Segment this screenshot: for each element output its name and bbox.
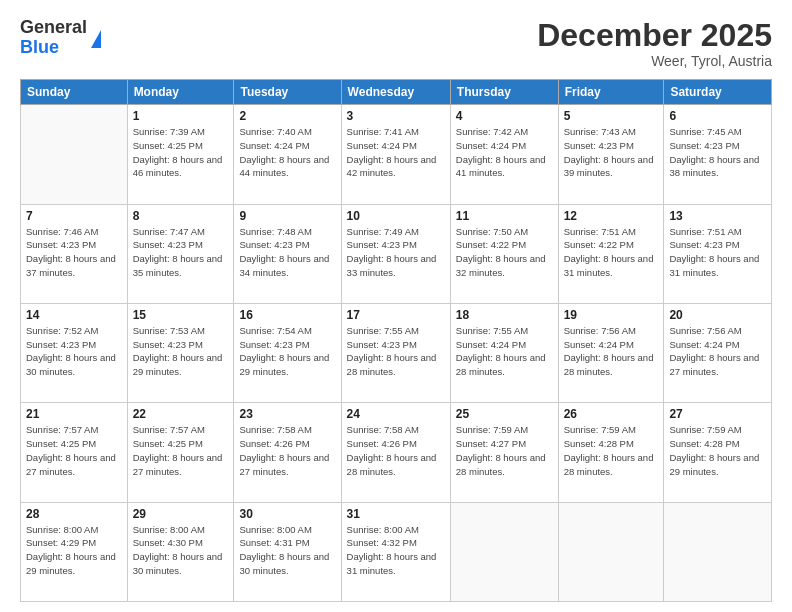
- location: Weer, Tyrol, Austria: [537, 53, 772, 69]
- weekday-header-cell: Sunday: [21, 80, 128, 105]
- day-info: Sunrise: 7:57 AMSunset: 4:25 PMDaylight:…: [133, 423, 229, 478]
- day-number: 26: [564, 407, 659, 421]
- logo-blue: Blue: [20, 38, 87, 58]
- day-number: 6: [669, 109, 766, 123]
- day-number: 2: [239, 109, 335, 123]
- day-info: Sunrise: 7:50 AMSunset: 4:22 PMDaylight:…: [456, 225, 553, 280]
- calendar-cell: 19Sunrise: 7:56 AMSunset: 4:24 PMDayligh…: [558, 303, 664, 402]
- calendar-cell: [450, 502, 558, 601]
- weekday-header-cell: Wednesday: [341, 80, 450, 105]
- day-number: 8: [133, 209, 229, 223]
- day-number: 30: [239, 507, 335, 521]
- day-number: 31: [347, 507, 445, 521]
- day-info: Sunrise: 7:53 AMSunset: 4:23 PMDaylight:…: [133, 324, 229, 379]
- day-info: Sunrise: 7:56 AMSunset: 4:24 PMDaylight:…: [564, 324, 659, 379]
- day-info: Sunrise: 7:59 AMSunset: 4:28 PMDaylight:…: [564, 423, 659, 478]
- day-info: Sunrise: 8:00 AMSunset: 4:31 PMDaylight:…: [239, 523, 335, 578]
- day-number: 3: [347, 109, 445, 123]
- calendar-week-row: 1Sunrise: 7:39 AMSunset: 4:25 PMDaylight…: [21, 105, 772, 204]
- day-info: Sunrise: 7:40 AMSunset: 4:24 PMDaylight:…: [239, 125, 335, 180]
- day-number: 20: [669, 308, 766, 322]
- day-info: Sunrise: 8:00 AMSunset: 4:32 PMDaylight:…: [347, 523, 445, 578]
- calendar-cell: 30Sunrise: 8:00 AMSunset: 4:31 PMDayligh…: [234, 502, 341, 601]
- day-info: Sunrise: 7:58 AMSunset: 4:26 PMDaylight:…: [239, 423, 335, 478]
- calendar-cell: 14Sunrise: 7:52 AMSunset: 4:23 PMDayligh…: [21, 303, 128, 402]
- day-number: 24: [347, 407, 445, 421]
- day-info: Sunrise: 7:49 AMSunset: 4:23 PMDaylight:…: [347, 225, 445, 280]
- day-number: 7: [26, 209, 122, 223]
- day-number: 1: [133, 109, 229, 123]
- day-number: 29: [133, 507, 229, 521]
- calendar-cell: 29Sunrise: 8:00 AMSunset: 4:30 PMDayligh…: [127, 502, 234, 601]
- calendar-cell: 22Sunrise: 7:57 AMSunset: 4:25 PMDayligh…: [127, 403, 234, 502]
- calendar-cell: 28Sunrise: 8:00 AMSunset: 4:29 PMDayligh…: [21, 502, 128, 601]
- calendar-cell: 7Sunrise: 7:46 AMSunset: 4:23 PMDaylight…: [21, 204, 128, 303]
- day-info: Sunrise: 7:39 AMSunset: 4:25 PMDaylight:…: [133, 125, 229, 180]
- calendar-body: 1Sunrise: 7:39 AMSunset: 4:25 PMDaylight…: [21, 105, 772, 602]
- day-info: Sunrise: 7:51 AMSunset: 4:23 PMDaylight:…: [669, 225, 766, 280]
- calendar-cell: 18Sunrise: 7:55 AMSunset: 4:24 PMDayligh…: [450, 303, 558, 402]
- logo-triangle-icon: [91, 30, 101, 48]
- day-info: Sunrise: 7:47 AMSunset: 4:23 PMDaylight:…: [133, 225, 229, 280]
- calendar-cell: 6Sunrise: 7:45 AMSunset: 4:23 PMDaylight…: [664, 105, 772, 204]
- day-info: Sunrise: 8:00 AMSunset: 4:30 PMDaylight:…: [133, 523, 229, 578]
- weekday-header-cell: Saturday: [664, 80, 772, 105]
- day-info: Sunrise: 7:59 AMSunset: 4:27 PMDaylight:…: [456, 423, 553, 478]
- calendar-cell: 23Sunrise: 7:58 AMSunset: 4:26 PMDayligh…: [234, 403, 341, 502]
- calendar-cell: 20Sunrise: 7:56 AMSunset: 4:24 PMDayligh…: [664, 303, 772, 402]
- weekday-header-row: SundayMondayTuesdayWednesdayThursdayFrid…: [21, 80, 772, 105]
- day-info: Sunrise: 7:48 AMSunset: 4:23 PMDaylight:…: [239, 225, 335, 280]
- calendar-cell: 10Sunrise: 7:49 AMSunset: 4:23 PMDayligh…: [341, 204, 450, 303]
- calendar-cell: 25Sunrise: 7:59 AMSunset: 4:27 PMDayligh…: [450, 403, 558, 502]
- day-info: Sunrise: 7:57 AMSunset: 4:25 PMDaylight:…: [26, 423, 122, 478]
- calendar-cell: 24Sunrise: 7:58 AMSunset: 4:26 PMDayligh…: [341, 403, 450, 502]
- calendar-cell: 9Sunrise: 7:48 AMSunset: 4:23 PMDaylight…: [234, 204, 341, 303]
- day-number: 28: [26, 507, 122, 521]
- calendar-cell: 13Sunrise: 7:51 AMSunset: 4:23 PMDayligh…: [664, 204, 772, 303]
- calendar-cell: 31Sunrise: 8:00 AMSunset: 4:32 PMDayligh…: [341, 502, 450, 601]
- day-info: Sunrise: 7:58 AMSunset: 4:26 PMDaylight:…: [347, 423, 445, 478]
- day-number: 27: [669, 407, 766, 421]
- calendar-week-row: 14Sunrise: 7:52 AMSunset: 4:23 PMDayligh…: [21, 303, 772, 402]
- calendar-cell: 11Sunrise: 7:50 AMSunset: 4:22 PMDayligh…: [450, 204, 558, 303]
- calendar-cell: 15Sunrise: 7:53 AMSunset: 4:23 PMDayligh…: [127, 303, 234, 402]
- day-info: Sunrise: 7:59 AMSunset: 4:28 PMDaylight:…: [669, 423, 766, 478]
- day-info: Sunrise: 7:52 AMSunset: 4:23 PMDaylight:…: [26, 324, 122, 379]
- calendar-cell: 3Sunrise: 7:41 AMSunset: 4:24 PMDaylight…: [341, 105, 450, 204]
- weekday-header-cell: Thursday: [450, 80, 558, 105]
- day-info: Sunrise: 7:45 AMSunset: 4:23 PMDaylight:…: [669, 125, 766, 180]
- calendar-cell: 26Sunrise: 7:59 AMSunset: 4:28 PMDayligh…: [558, 403, 664, 502]
- calendar-week-row: 28Sunrise: 8:00 AMSunset: 4:29 PMDayligh…: [21, 502, 772, 601]
- logo-text: General Blue: [20, 18, 87, 58]
- weekday-header-cell: Monday: [127, 80, 234, 105]
- day-number: 23: [239, 407, 335, 421]
- calendar: SundayMondayTuesdayWednesdayThursdayFrid…: [20, 79, 772, 602]
- day-number: 11: [456, 209, 553, 223]
- calendar-cell: [664, 502, 772, 601]
- day-number: 22: [133, 407, 229, 421]
- month-title: December 2025: [537, 18, 772, 53]
- calendar-cell: [558, 502, 664, 601]
- day-number: 17: [347, 308, 445, 322]
- logo-general: General: [20, 18, 87, 38]
- day-info: Sunrise: 7:41 AMSunset: 4:24 PMDaylight:…: [347, 125, 445, 180]
- header: General Blue December 2025 Weer, Tyrol, …: [20, 18, 772, 69]
- calendar-cell: 2Sunrise: 7:40 AMSunset: 4:24 PMDaylight…: [234, 105, 341, 204]
- day-info: Sunrise: 7:42 AMSunset: 4:24 PMDaylight:…: [456, 125, 553, 180]
- calendar-cell: 21Sunrise: 7:57 AMSunset: 4:25 PMDayligh…: [21, 403, 128, 502]
- day-number: 4: [456, 109, 553, 123]
- calendar-cell: 16Sunrise: 7:54 AMSunset: 4:23 PMDayligh…: [234, 303, 341, 402]
- calendar-cell: 4Sunrise: 7:42 AMSunset: 4:24 PMDaylight…: [450, 105, 558, 204]
- day-number: 10: [347, 209, 445, 223]
- day-number: 18: [456, 308, 553, 322]
- day-number: 14: [26, 308, 122, 322]
- day-info: Sunrise: 7:56 AMSunset: 4:24 PMDaylight:…: [669, 324, 766, 379]
- page: General Blue December 2025 Weer, Tyrol, …: [0, 0, 792, 612]
- day-number: 16: [239, 308, 335, 322]
- day-number: 13: [669, 209, 766, 223]
- day-number: 5: [564, 109, 659, 123]
- calendar-cell: [21, 105, 128, 204]
- day-info: Sunrise: 8:00 AMSunset: 4:29 PMDaylight:…: [26, 523, 122, 578]
- day-number: 12: [564, 209, 659, 223]
- day-number: 19: [564, 308, 659, 322]
